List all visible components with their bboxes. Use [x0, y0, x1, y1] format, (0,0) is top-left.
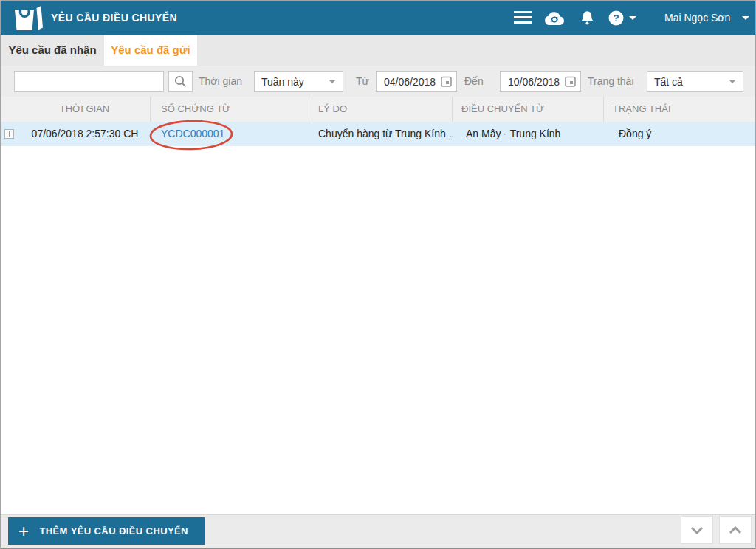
sync-cloud-icon[interactable] — [544, 1, 565, 35]
calendar-icon[interactable] — [565, 76, 576, 87]
doc-no-link[interactable]: YCDC000001 — [161, 128, 224, 139]
select-caret-down-icon — [729, 80, 736, 83]
user-menu[interactable]: Mai Ngọc Sơn — [650, 1, 730, 35]
search-input[interactable] — [14, 71, 164, 92]
table-row[interactable]: 07/06/2018 2:57:30 CH YCDC000001 Chuyển … — [1, 122, 755, 146]
time-range-value: Tuần này — [261, 76, 329, 88]
filter-bar: Thời gian Tuần này Từ 04/06/2018 Đến 10/… — [1, 66, 755, 97]
user-caret-down-icon[interactable] — [742, 16, 749, 20]
calendar-icon[interactable] — [441, 76, 452, 87]
status-filter-label: Trạng thái — [588, 66, 634, 97]
search-button[interactable] — [168, 71, 193, 92]
scroll-down-button[interactable] — [681, 516, 713, 544]
app-logo-icon — [10, 3, 46, 32]
plus-icon: + — [18, 522, 29, 540]
cell-reason: Chuyển hàng từ Trung Kính ... — [312, 122, 453, 146]
status-value: Tất cả — [654, 76, 729, 88]
tab-bar: Yêu cầu đã nhận Yêu cầu đã gửi — [1, 35, 755, 66]
from-date-value: 04/06/2018 — [384, 76, 441, 88]
notifications-bell-icon[interactable] — [581, 1, 594, 35]
help-caret-down-icon — [629, 16, 636, 20]
column-header-transfer-from[interactable]: ĐIỀU CHUYỂN TỪ — [453, 97, 604, 122]
tab-sent-requests[interactable]: Yêu cầu đã gửi — [104, 35, 197, 66]
from-date-input[interactable]: 04/06/2018 — [376, 71, 457, 92]
status-select[interactable]: Tất cả — [647, 71, 743, 92]
to-date-value: 10/06/2018 — [508, 76, 565, 88]
add-transfer-request-button[interactable]: + THÊM YÊU CẦU ĐIỀU CHUYỂN — [8, 517, 205, 545]
to-date-input[interactable]: 10/06/2018 — [500, 71, 581, 92]
expand-row-icon[interactable] — [4, 129, 14, 139]
from-date-label: Từ — [356, 66, 369, 97]
cell-transfer-from: An Mây - Trung Kính — [453, 122, 604, 146]
time-filter-label: Thời gian — [199, 66, 242, 97]
add-button-label: THÊM YÊU CẦU ĐIỀU CHUYỂN — [39, 525, 188, 536]
search-icon — [174, 75, 187, 88]
cell-time: 07/06/2018 2:57:30 CH — [19, 122, 151, 146]
svg-text:?: ? — [613, 13, 619, 24]
tab-received-requests[interactable]: Yêu cầu đã nhận — [1, 35, 104, 66]
cell-status: Đồng ý — [604, 122, 755, 146]
grid-header-row: THỜI GIAN SỐ CHỨNG TỪ LÝ DO ĐIỀU CHUYỂN … — [1, 97, 755, 122]
app-window: YÊU CẦU ĐIỀU CHUYỂN — [0, 0, 756, 549]
menu-icon[interactable] — [514, 1, 532, 35]
page-title: YÊU CẦU ĐIỀU CHUYỂN — [51, 1, 177, 35]
user-name: Mai Ngọc Sơn — [664, 12, 730, 24]
help-icon[interactable]: ? — [608, 1, 636, 35]
time-range-select[interactable]: Tuần này — [254, 71, 343, 92]
column-header-status[interactable]: TRẠNG THÁI — [604, 97, 755, 122]
select-caret-down-icon — [329, 80, 336, 83]
column-header-reason[interactable]: LÝ DO — [312, 97, 453, 122]
expand-column-header — [1, 97, 19, 122]
footer-bar: + THÊM YÊU CẦU ĐIỀU CHUYỂN — [1, 514, 755, 549]
scroll-up-button[interactable] — [719, 516, 752, 544]
column-header-doc-no[interactable]: SỐ CHỨNG TỪ — [151, 97, 312, 122]
column-header-time[interactable]: THỜI GIAN — [19, 97, 151, 122]
chevron-up-icon — [729, 526, 742, 534]
top-header: YÊU CẦU ĐIỀU CHUYỂN — [1, 1, 755, 35]
to-date-label: Đến — [464, 66, 484, 97]
chevron-down-icon — [690, 526, 704, 534]
